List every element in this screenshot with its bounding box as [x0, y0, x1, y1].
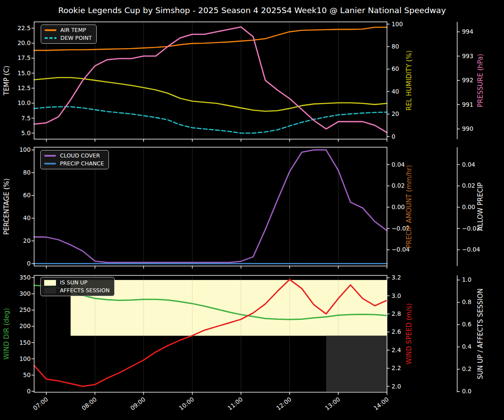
y-tick-label: 993 [462, 52, 473, 60]
y-tick-label: 250 [19, 306, 31, 313]
y-tick-label: 7.5 [21, 115, 31, 122]
y-tick-label: 50 [23, 371, 31, 378]
band-is-sun-up [70, 280, 387, 336]
x-tick-label: 07:00 [32, 396, 49, 412]
y-tick-label: 80 [392, 43, 399, 50]
y-tick-label: 2.8 [392, 310, 401, 317]
y-tick-label: 0.6 [462, 321, 471, 328]
legend-item: AFFECTS SESSION [44, 287, 110, 294]
x-tick-label: 12:00 [275, 396, 293, 412]
y-tick-label: 0.4 [462, 343, 471, 350]
is-sun-up-swatch [44, 280, 56, 286]
y-tick-label: 40 [23, 214, 31, 221]
axis-label-wind-speed-m-s: WIND SPEED (m/s) [405, 303, 413, 364]
y-tick-label: 0 [27, 388, 31, 395]
axis-label-allow-precip: ALLOW PRECIP [476, 182, 484, 231]
charts-canvas: 5.07.510.012.515.017.520.022.5TEMP (C)02… [0, 0, 504, 420]
cloud-cover-swatch [44, 155, 56, 157]
y-tick-label: 992 [462, 77, 473, 84]
y-tick-label: 300 [19, 290, 31, 297]
y-tick-label: 17.5 [18, 54, 31, 61]
y-tick-label: 100 [19, 355, 31, 362]
y-tick-label: 0.0 [462, 388, 471, 395]
y-tick-label: 350 [19, 274, 31, 281]
legend-item-label: AIR TEMP [60, 27, 86, 33]
legend-item: AIR TEMP [45, 27, 92, 33]
y-tick-label: 20.0 [18, 39, 31, 46]
y-tick-label: 2.2 [392, 364, 401, 371]
y-tick-label: 2.6 [392, 328, 401, 335]
legend-item-label: AFFECTS SESSION [60, 287, 110, 294]
axis-label-precip-amount-mm-hr: PRECIP AMOUNT (mm/hr) [405, 165, 413, 248]
y-tick-label: −0.04 [462, 246, 480, 253]
y-tick-label: 22.5 [18, 24, 31, 32]
y-tick-label: 0 [392, 133, 396, 140]
y-tick-label: 0.04 [462, 161, 475, 168]
y-tick-label: 0.04 [392, 161, 405, 168]
y-tick-label: 10.0 [18, 99, 31, 106]
y-tick-label: 12.5 [18, 84, 31, 91]
axis-label-temp-c: TEMP (C) [3, 66, 10, 96]
axis-label-sun-up-affects-session: SUN UP / AFFECTS SESSION [476, 288, 484, 379]
y-tick-label: 2.4 [392, 346, 401, 354]
series-rel-humidity-line [34, 77, 387, 111]
affects-session-swatch [44, 288, 56, 294]
x-tick-label: 11:00 [226, 396, 244, 412]
y-tick-label: 20 [392, 110, 399, 117]
legend-item-label: DEW POINT [60, 35, 92, 41]
x-tick-label: 09:00 [129, 396, 147, 412]
legend-cloud-precip: CLOUD COVERPRECIP CHANCE [40, 150, 109, 169]
x-tick-label: 10:00 [178, 396, 196, 412]
y-tick-label: 0.2 [462, 365, 471, 372]
y-tick-label: 3.2 [392, 274, 401, 281]
legend-item-label: CLOUD COVER [60, 153, 100, 159]
y-tick-label: 60 [23, 192, 31, 199]
y-tick-label: 15.0 [18, 70, 31, 77]
legend-item: IS SUN UP [44, 280, 110, 286]
legend-item: PRECIP CHANCE [44, 161, 104, 167]
x-tick-label: 08:00 [80, 396, 98, 412]
y-tick-label: 20 [23, 237, 31, 244]
legend-item-label: PRECIP CHANCE [60, 161, 104, 167]
y-tick-label: 100 [392, 21, 403, 28]
legend-item: DEW POINT [45, 35, 92, 41]
y-tick-label: 994 [462, 28, 473, 35]
legend-item: CLOUD COVER [44, 153, 104, 159]
y-tick-label: 200 [19, 322, 31, 329]
y-tick-label: 1.0 [462, 276, 471, 283]
y-tick-label: 150 [19, 339, 31, 346]
y-tick-label: 60 [392, 65, 399, 72]
y-tick-label: 2.0 [392, 383, 401, 390]
air-temp-swatch [45, 29, 56, 31]
y-tick-label: 0.00 [392, 203, 405, 210]
axis-label-pressure-hpa: PRESSURE (hPa) [476, 54, 484, 107]
legend-item-label: IS SUN UP [60, 280, 88, 286]
y-tick-label: 80 [23, 169, 31, 176]
legend-temp-humidity-pressure: AIR TEMPDEW POINT [41, 24, 97, 44]
y-tick-label: 990 [462, 125, 473, 132]
y-tick-label: 0.02 [462, 182, 475, 189]
y-tick-label: 0.8 [462, 298, 471, 305]
axis-label-wind-dir-deg: WIND DIR (deg) [3, 308, 10, 360]
weather-chart-figure: Rookie Legends Cup by Simshop - 2025 Sea… [0, 0, 504, 420]
axis-label-rel-humidity: REL HUMIDITY (%) [405, 50, 413, 111]
dew-point-swatch [45, 37, 56, 39]
y-tick-label: 40 [392, 88, 399, 95]
figure-title: Rookie Legends Cup by Simshop - 2025 Sea… [0, 6, 504, 15]
x-tick-label: 14:00 [372, 396, 390, 412]
precip-chance-swatch [44, 163, 56, 164]
y-tick-label: 100 [19, 146, 31, 153]
axis-label-percentage: PERCENTAGE (%) [3, 178, 10, 235]
y-tick-label: 0.00 [462, 203, 475, 210]
x-tick-label: 13:00 [324, 396, 342, 412]
band-affects-session [326, 336, 387, 392]
series-dew-point-line [34, 107, 387, 133]
y-tick-label: 991 [462, 101, 473, 108]
y-tick-label: 3.0 [392, 292, 401, 299]
y-tick-label: 5.0 [21, 130, 31, 136]
y-tick-label: 0 [27, 260, 31, 267]
legend-wind-sun: IS SUN UPAFFECTS SESSION [40, 277, 115, 296]
y-tick-label: 0.02 [392, 182, 405, 189]
